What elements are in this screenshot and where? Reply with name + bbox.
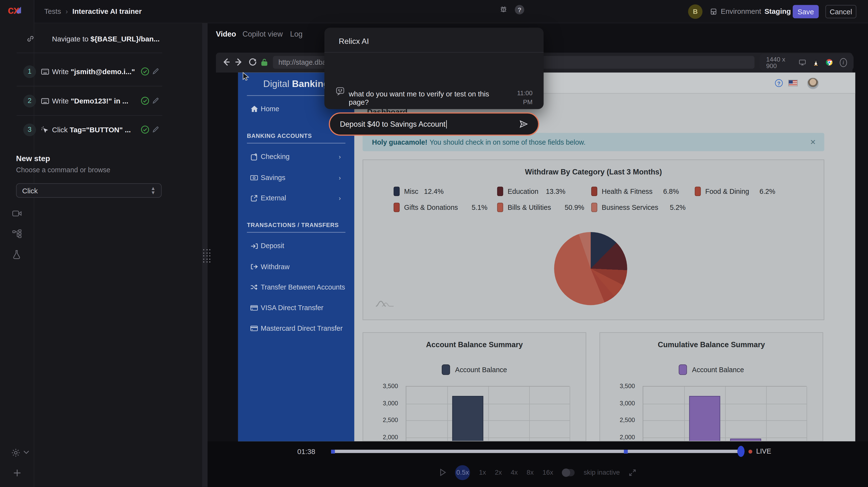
external-link-icon [250, 195, 259, 202]
step-row-2[interactable]: 2 Write "Demo123!" in ... [0, 87, 168, 115]
ai-prompt-value: Deposit $40 to Savings Account [340, 120, 445, 128]
bank-nav-external[interactable]: External› [238, 193, 354, 204]
legend-business-services[interactable]: Business Services 5.2% [591, 203, 686, 212]
environment-selector[interactable]: Environment Staging [710, 7, 791, 16]
speed-0.5x[interactable]: 0.5x [455, 465, 470, 480]
linux-tux-icon [813, 58, 818, 66]
bank-nav-withdraw[interactable]: Withdraw [238, 261, 354, 272]
help-icon[interactable]: ? [515, 5, 524, 14]
fullscreen-icon[interactable] [629, 469, 636, 476]
cumulative-balance-bar[interactable] [689, 396, 720, 441]
withdraw-category-card: Withdraw By Category (Last 3 Months) Mis… [363, 159, 824, 320]
breadcrumb-tests[interactable]: Tests [44, 7, 61, 16]
tab-video[interactable]: Video [216, 30, 236, 38]
bank-nav-mastercard[interactable]: Mastercard Direct Transfer [238, 323, 354, 334]
play-icon[interactable] [440, 468, 446, 476]
speed-2x[interactable]: 2x [495, 468, 502, 476]
bug-icon[interactable] [499, 5, 507, 13]
playhead[interactable] [738, 446, 745, 457]
check-circle-icon [141, 125, 150, 134]
legend-health-fitness[interactable]: Health & Fitness 6.8% [591, 187, 679, 196]
add-step-icon[interactable] [13, 469, 21, 477]
sign-out-icon [250, 264, 259, 270]
speed-8x[interactable]: 8x [527, 468, 533, 476]
timeline-marker[interactable] [331, 450, 335, 453]
ai-message: what do you want me to verify or test on… [349, 90, 504, 106]
relicx-ai-overlay: Relicx AI what do you want me to verify … [324, 28, 544, 109]
step-navigate-text: Navigate to ${BASE_URL}/ban... [52, 35, 190, 43]
speed-16x[interactable]: 16x [542, 468, 553, 476]
ai-prompt-input[interactable]: Deposit $40 to Savings Account [329, 113, 539, 136]
money-bill-icon [250, 175, 259, 180]
text-caret [446, 120, 446, 128]
legend-gifts-donations[interactable]: Gifts & Donations 5.1% [394, 203, 487, 212]
breadcrumb: Tests › Interactive AI trainer [44, 7, 142, 16]
skip-inactive-label: skip inactive [584, 468, 620, 476]
video-camera-icon[interactable] [12, 209, 22, 218]
bank-nav-checking[interactable]: Checking› [238, 151, 354, 162]
tab-log[interactable]: Log [290, 30, 303, 38]
cumulative-balance-bar[interactable] [730, 438, 761, 442]
alert-close-icon[interactable]: ✕ [810, 138, 816, 146]
bar-chart-legend[interactable]: Account Balance [363, 364, 586, 375]
gear-icon[interactable] [11, 448, 21, 457]
info-icon[interactable]: i [840, 58, 847, 67]
environment-value: Staging [765, 7, 791, 16]
chat-bubble-icon [335, 87, 345, 96]
legend-misc[interactable]: Misc 12.4% [394, 187, 444, 196]
back-icon[interactable] [221, 58, 230, 67]
legend-education[interactable]: Education 13.3% [497, 187, 565, 196]
command-select[interactable]: Click ▲▼ [16, 183, 161, 198]
legend-bills-utilities[interactable]: Bills & Utilities 50.9% [497, 203, 584, 212]
mouse-cursor-icon [242, 72, 250, 81]
home-icon [250, 106, 259, 113]
timeline-marker[interactable] [624, 450, 628, 453]
tab-copilot-view[interactable]: Copilot view [242, 30, 283, 38]
live-dot-icon [748, 450, 752, 453]
save-button[interactable]: Save [793, 5, 818, 19]
chevron-down-icon[interactable] [23, 450, 29, 454]
flask-icon[interactable] [12, 250, 21, 259]
edit-pencil-icon[interactable] [152, 97, 159, 104]
bank-help-icon[interactable]: ? [775, 79, 783, 87]
step-row-1[interactable]: 1 Write "jsmith@demo.i..." [0, 57, 168, 86]
chevron-right-icon: › [339, 195, 341, 202]
speed-1x[interactable]: 1x [479, 468, 486, 476]
refresh-icon[interactable] [248, 58, 257, 67]
sign-in-icon [250, 243, 259, 249]
environment-label: Environment [721, 7, 761, 16]
legend-food-dining[interactable]: Food & Dining 6.2% [695, 187, 775, 196]
account-balance-bar[interactable] [452, 396, 483, 441]
forward-icon[interactable] [235, 58, 244, 67]
send-icon[interactable] [519, 120, 528, 128]
link-icon [27, 35, 34, 43]
bank-nav-savings[interactable]: Savings› [238, 172, 354, 183]
lock-icon [261, 58, 268, 66]
step-row-3[interactable]: 3 Click Tag="BUTTON" ... [0, 115, 168, 144]
pen-square-icon [250, 153, 259, 160]
edit-pencil-icon[interactable] [152, 126, 159, 133]
keyboard-icon [41, 98, 49, 104]
withdraw-pie[interactable] [554, 232, 627, 305]
account-balance-card: Account Balance Summary Account Balance … [363, 332, 586, 441]
avatar[interactable]: B [688, 4, 702, 19]
bank-nav-transfer[interactable]: Transfer Between Accounts [238, 281, 354, 293]
bank-nav-deposit[interactable]: Deposit [238, 240, 354, 251]
speed-4x[interactable]: 4x [511, 468, 518, 476]
edit-pencil-icon[interactable] [152, 68, 159, 74]
cancel-button[interactable]: Cancel [826, 5, 857, 19]
skip-inactive-toggle[interactable] [562, 469, 575, 476]
player-controls: 0.5x 1x 2x 4x 8x 16x skip inactive [208, 464, 868, 481]
url-text: http://stage.dba [279, 58, 326, 66]
bank-nav-visa[interactable]: VISA Direct Transfer [238, 302, 354, 313]
sitemap-icon[interactable] [12, 229, 22, 238]
app-logo[interactable]: cx [8, 4, 19, 17]
us-flag-icon[interactable] [788, 80, 798, 86]
banking-section-accounts: BANKING ACCOUNTS [247, 132, 312, 139]
bar-chart-legend[interactable]: Account Balance [600, 364, 823, 375]
bar-plot-area [643, 386, 807, 442]
timeline-track[interactable] [331, 450, 744, 453]
message-timestamp: 11:00PM [502, 89, 533, 106]
step-navigate[interactable]: Navigate to ${BASE_URL}/ban... [0, 25, 168, 53]
bank-user-avatar[interactable] [807, 78, 819, 89]
